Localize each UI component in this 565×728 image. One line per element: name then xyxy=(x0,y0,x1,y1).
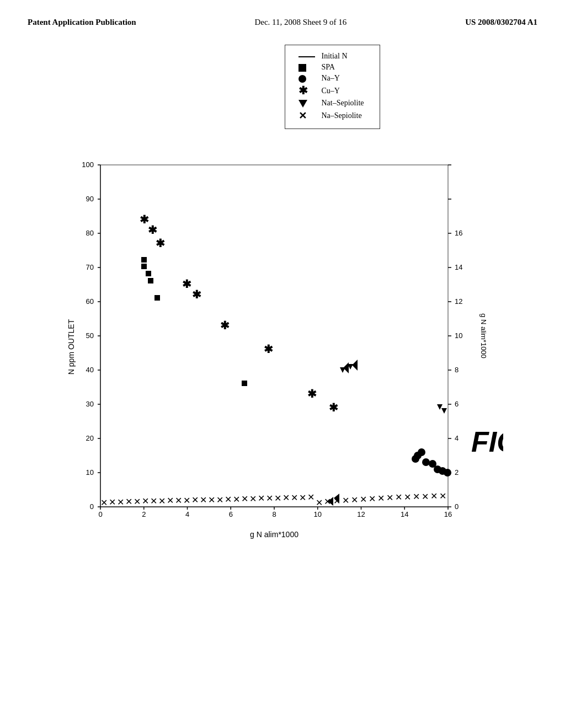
data-point-natsep-3 xyxy=(437,404,443,410)
svg-text:16: 16 xyxy=(455,229,462,237)
legend-item-initial-n: Initial N xyxy=(296,51,369,62)
svg-text:12: 12 xyxy=(357,510,365,518)
data-point-nasep-26: ✕ xyxy=(183,496,190,505)
svg-text:80: 80 xyxy=(86,229,94,237)
data-point-nasep-9: ✕ xyxy=(386,493,393,502)
data-point-cuy-3: ✱ xyxy=(156,237,165,249)
svg-text:0: 0 xyxy=(90,502,94,511)
data-point-nasep-4: ✕ xyxy=(342,496,349,505)
svg-text:0: 0 xyxy=(98,510,102,518)
data-point-nasep-27: ✕ xyxy=(191,495,199,505)
data-point-spa-3 xyxy=(146,271,151,276)
data-point-cuy-7: ✱ xyxy=(264,343,273,355)
svg-text:14: 14 xyxy=(455,263,462,271)
data-point-spa-5 xyxy=(154,295,160,301)
chart-svg: 0 10 20 30 40 50 60 70 80 90 100 xyxy=(62,154,503,551)
svg-text:8: 8 xyxy=(455,366,459,374)
data-point-nasep-5: ✕ xyxy=(351,495,358,505)
data-point-nay-6 xyxy=(444,469,451,477)
legend-item-na-sepiolite: ✕ Na–Sepiolite xyxy=(296,109,369,123)
data-point-nasep-20: ✕ xyxy=(134,497,141,506)
legend-item-nat-sepiolite: Nat–Sepiolite xyxy=(296,98,369,109)
data-point-nay-8 xyxy=(418,448,425,456)
legend-item-spa: SPA xyxy=(296,62,369,73)
data-point-nasep-21: ✕ xyxy=(142,496,149,506)
data-point-natsep-5 xyxy=(343,362,349,373)
data-point-nasep-30: ✕ xyxy=(216,495,223,505)
data-point-nay-2 xyxy=(422,458,430,466)
data-point-spa-4 xyxy=(148,278,153,283)
data-point-nasep-22: ✕ xyxy=(150,496,157,506)
data-point-cuy-6: ✱ xyxy=(220,319,230,331)
data-point-nasep-18: ✕ xyxy=(117,497,124,507)
data-point-nasep-34: ✕ xyxy=(249,494,257,504)
publication-date-sheet: Dec. 11, 2008 Sheet 9 of 16 xyxy=(254,17,347,28)
data-point-nasep-32: ✕ xyxy=(233,495,240,504)
data-point-nasep-24: ✕ xyxy=(167,496,174,505)
svg-text:20: 20 xyxy=(86,434,94,442)
data-point-spa-6 xyxy=(242,381,247,386)
legend-item-cu-y: ✱ Cu–Y xyxy=(296,84,369,98)
data-point-nasep-36: ✕ xyxy=(266,494,273,503)
svg-text:10: 10 xyxy=(455,331,462,340)
svg-text:6: 6 xyxy=(455,400,459,408)
data-point-nasep-6: ✕ xyxy=(360,495,367,504)
svg-text:10: 10 xyxy=(86,468,94,477)
legend-box: Initial N SPA Na–Y ✱ Cu–Y Nat–Sepiolite xyxy=(285,45,380,129)
svg-text:16: 16 xyxy=(444,510,452,518)
data-point-cuy-2: ✱ xyxy=(148,224,157,236)
svg-text:g N alim*1000: g N alim*1000 xyxy=(250,530,299,539)
data-point-nasep-1: ✕ xyxy=(316,498,323,507)
data-point-nasep-33: ✕ xyxy=(241,494,248,504)
svg-text:N ppm OUTLET: N ppm OUTLET xyxy=(67,319,76,374)
data-point-cuy-4: ✱ xyxy=(182,278,191,290)
data-point-cuy-9: ✱ xyxy=(329,402,338,414)
page-header: Patent Application Publication Dec. 11, … xyxy=(0,0,565,34)
chart-container: 0 10 20 30 40 50 60 70 80 90 100 xyxy=(62,154,503,551)
data-point-nasep-17: ✕ xyxy=(109,497,116,507)
data-point-nasep-38: ✕ xyxy=(282,493,290,502)
data-point-nasep-19: ✕ xyxy=(125,497,132,506)
svg-text:90: 90 xyxy=(86,195,94,203)
svg-text:2: 2 xyxy=(142,510,146,518)
data-point-natsep-4 xyxy=(441,408,447,414)
svg-text:6: 6 xyxy=(229,510,233,518)
svg-text:10: 10 xyxy=(314,510,322,518)
data-point-cuy-5: ✱ xyxy=(192,288,201,301)
data-point-nasep-31: ✕ xyxy=(225,495,232,504)
data-point-nasep-13: ✕ xyxy=(422,492,429,501)
svg-text:2: 2 xyxy=(455,468,459,477)
figure-label: FIG. 9 xyxy=(471,426,503,458)
data-point-spa-2 xyxy=(141,264,147,269)
svg-text:100: 100 xyxy=(82,160,94,169)
svg-text:50: 50 xyxy=(86,331,94,340)
svg-text:14: 14 xyxy=(401,510,408,518)
publication-number: US 2008/0302704 A1 xyxy=(465,17,537,28)
main-content: Initial N SPA Na–Y ✱ Cu–Y Nat–Sepiolite xyxy=(0,34,565,562)
svg-text:0: 0 xyxy=(455,502,459,511)
svg-text:30: 30 xyxy=(86,400,94,408)
svg-text:8: 8 xyxy=(272,510,276,518)
data-point-nasep-25: ✕ xyxy=(175,496,182,505)
data-point-nasep-23: ✕ xyxy=(158,496,166,506)
svg-text:70: 70 xyxy=(86,263,94,271)
data-point-nasep-29: ✕ xyxy=(208,495,215,505)
legend-table: Initial N SPA Na–Y ✱ Cu–Y Nat–Sepiolite xyxy=(296,51,369,123)
data-point-nasep-11: ✕ xyxy=(404,493,411,502)
data-point-nasep-35: ✕ xyxy=(258,494,265,503)
data-point-natsep-6 xyxy=(352,360,358,371)
data-point-nasep-10: ✕ xyxy=(395,493,402,502)
data-point-nasep-16: ✕ xyxy=(100,498,108,507)
data-point-spa-1 xyxy=(141,257,147,263)
svg-text:40: 40 xyxy=(86,366,94,374)
data-point-nasep-39: ✕ xyxy=(291,493,298,502)
data-point-nasep-8: ✕ xyxy=(377,494,385,503)
svg-text:4: 4 xyxy=(455,434,459,442)
right-axis-label: g N alim*1000 xyxy=(479,313,488,358)
publication-title: Patent Application Publication xyxy=(28,17,136,28)
data-point-nasep-37: ✕ xyxy=(274,494,281,503)
data-point-nasep-40: ✕ xyxy=(299,493,306,502)
data-point-nasep-7: ✕ xyxy=(369,494,376,504)
svg-text:12: 12 xyxy=(455,297,462,306)
legend-item-na-y: Na–Y xyxy=(296,73,369,84)
